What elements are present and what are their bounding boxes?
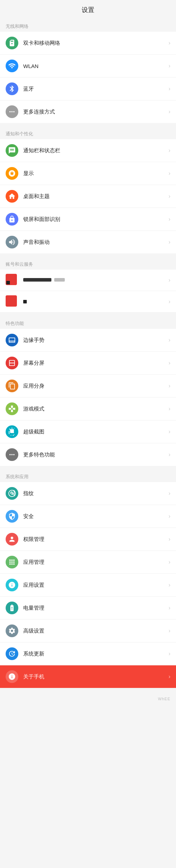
more-feat-icon	[6, 448, 18, 461]
adv-icon	[6, 624, 18, 637]
game-icon	[6, 402, 18, 415]
edge-icon	[6, 334, 18, 346]
menu-item-more-conn[interactable]: 更多连接方式 ›	[0, 100, 176, 123]
edge-chevron: ›	[169, 337, 170, 343]
wifi-chevron: ›	[169, 63, 170, 69]
menu-item-display[interactable]: 显示 ›	[0, 162, 176, 185]
sound-label: 声音和振动	[23, 239, 169, 246]
footer: WhEE	[0, 688, 176, 709]
menu-item-update[interactable]: 系统更新 ›	[0, 642, 176, 665]
more-feat-chevron: ›	[169, 451, 170, 458]
screenshot-label: 超级截图	[23, 429, 169, 435]
appsett-icon	[6, 579, 18, 591]
section-label-network: 无线和网络	[0, 18, 176, 32]
wifi-icon	[6, 60, 18, 72]
menu-item-sound[interactable]: 声音和振动 ›	[0, 231, 176, 253]
sound-icon	[6, 236, 18, 248]
menu-item-apps[interactable]: 应用管理 ›	[0, 551, 176, 574]
account1-icon	[6, 274, 18, 287]
menu-item-clone[interactable]: 应用分身 ›	[0, 375, 176, 398]
finger-label: 指纹	[23, 490, 169, 497]
battery-chevron: ›	[169, 605, 170, 611]
update-icon	[6, 647, 18, 660]
desktop-chevron: ›	[169, 193, 170, 199]
split-chevron: ›	[169, 360, 170, 366]
apps-label: 应用管理	[23, 559, 169, 566]
menu-item-lock[interactable]: 锁屏和面部识别 ›	[0, 208, 176, 231]
menu-item-account1[interactable]: ›	[0, 270, 176, 291]
menu-item-about[interactable]: 关于手机 ›	[0, 665, 176, 688]
apps-icon	[6, 556, 18, 568]
bluetooth-icon	[6, 82, 18, 95]
lock-chevron: ›	[169, 216, 170, 222]
menu-item-notify[interactable]: 通知栏和状态栏 ›	[0, 139, 176, 162]
sim-icon	[6, 37, 18, 49]
bluetooth-chevron: ›	[169, 86, 170, 92]
clone-chevron: ›	[169, 383, 170, 389]
screenshot-icon	[6, 425, 18, 438]
desktop-label: 桌面和主题	[23, 193, 169, 200]
menu-item-adv[interactable]: 高级设置 ›	[0, 620, 176, 642]
finger-icon	[6, 487, 18, 500]
menu-item-appsett[interactable]: 应用设置 ›	[0, 574, 176, 597]
menu-item-perm[interactable]: 权限管理 ›	[0, 528, 176, 551]
more-feat-label: 更多特色功能	[23, 451, 169, 458]
menu-item-wifi[interactable]: WLAN ›	[0, 55, 176, 78]
adv-label: 高级设置	[23, 628, 169, 634]
split-label: 屏幕分屏	[23, 360, 169, 367]
battery-label: 电量管理	[23, 605, 169, 611]
menu-item-sim[interactable]: 双卡和移动网络 ›	[0, 32, 176, 55]
appsett-chevron: ›	[169, 582, 170, 588]
notify-label: 通知栏和状态栏	[23, 147, 169, 154]
watermark: WhEE	[158, 697, 170, 701]
display-label: 显示	[23, 170, 169, 177]
about-icon	[6, 670, 18, 683]
about-chevron: ›	[169, 673, 170, 680]
menu-item-finger[interactable]: 指纹 ›	[0, 482, 176, 505]
section-label-account: 账号和云服务	[0, 256, 176, 270]
menu-item-battery[interactable]: 电量管理 ›	[0, 597, 176, 620]
adv-chevron: ›	[169, 628, 170, 634]
desktop-icon	[6, 190, 18, 203]
card-system: 指纹 › 安全 › 权限管理 › 应用管理 › 应用设置 › 电量管理	[0, 482, 176, 665]
perm-icon	[6, 533, 18, 546]
menu-item-split[interactable]: 屏幕分屏 ›	[0, 352, 176, 375]
card-network: 双卡和移动网络 › WLAN › 蓝牙 › 更多连接方式 ›	[0, 32, 176, 123]
security-label: 安全	[23, 513, 169, 520]
game-chevron: ›	[169, 406, 170, 412]
display-chevron: ›	[169, 170, 170, 177]
notify-icon	[6, 144, 18, 157]
card-features: 边缘手势 › 屏幕分屏 › 应用分身 › 游戏模式 › 超级截图 › 更多特色功	[0, 329, 176, 466]
menu-item-edge[interactable]: 边缘手势 ›	[0, 329, 176, 352]
screenshot-chevron: ›	[169, 429, 170, 435]
menu-item-game[interactable]: 游戏模式 ›	[0, 398, 176, 420]
sim-chevron: ›	[169, 40, 170, 46]
perm-label: 权限管理	[23, 536, 169, 543]
page-title: 设置	[0, 0, 176, 18]
menu-item-more-feat[interactable]: 更多特色功能 ›	[0, 443, 176, 466]
security-chevron: ›	[169, 513, 170, 519]
menu-item-security[interactable]: 安全 ›	[0, 505, 176, 528]
section-label-personalize: 通知和个性化	[0, 126, 176, 139]
security-icon	[6, 510, 18, 523]
sim-label: 双卡和移动网络	[23, 40, 169, 47]
card-account: › ›	[0, 270, 176, 313]
battery-icon	[6, 602, 18, 614]
account2-chevron: ›	[169, 298, 170, 305]
sound-chevron: ›	[169, 239, 170, 245]
display-icon	[6, 167, 18, 180]
menu-item-desktop[interactable]: 桌面和主题 ›	[0, 185, 176, 208]
edge-label: 边缘手势	[23, 337, 169, 344]
menu-item-account2[interactable]: ›	[0, 291, 176, 313]
menu-item-screenshot[interactable]: 超级截图 ›	[0, 420, 176, 443]
perm-chevron: ›	[169, 536, 170, 542]
finger-chevron: ›	[169, 490, 170, 497]
split-icon	[6, 357, 18, 369]
account2-icon	[6, 295, 18, 308]
menu-item-bluetooth[interactable]: 蓝牙 ›	[0, 78, 176, 100]
more-conn-chevron: ›	[169, 109, 170, 115]
card-personalize: 通知栏和状态栏 › 显示 › 桌面和主题 › 锁屏和面部识别 › 声音和振动 ›	[0, 139, 176, 253]
update-label: 系统更新	[23, 651, 169, 657]
lock-label: 锁屏和面部识别	[23, 216, 169, 223]
wifi-label: WLAN	[23, 63, 169, 69]
